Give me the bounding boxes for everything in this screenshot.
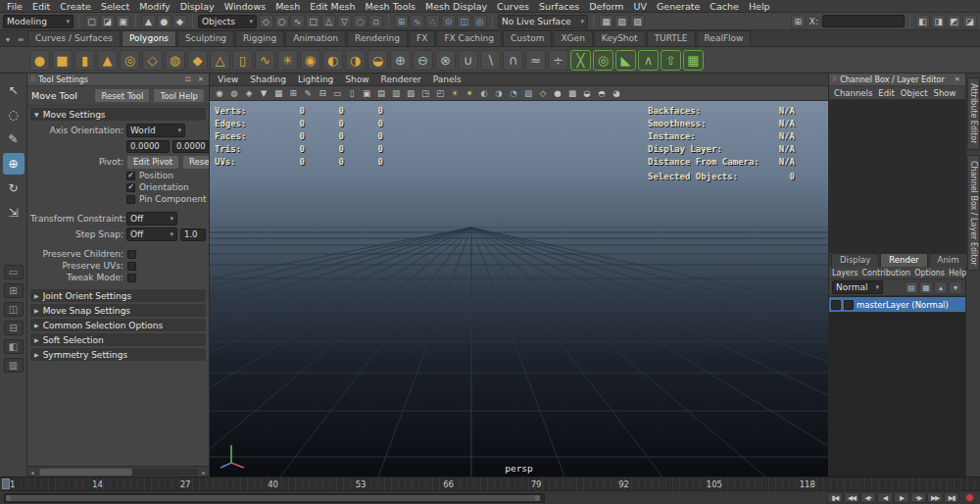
viewport-menu-item[interactable]: Renderer [375, 75, 427, 84]
menubar-item[interactable]: Generate [652, 0, 705, 13]
paint-select-tool-button[interactable]: ✎ [3, 128, 24, 150]
wireframe-icon[interactable]: ◇ [536, 87, 550, 100]
bookmarks-icon[interactable]: ▼ [257, 87, 270, 100]
quick-input-field[interactable] [822, 15, 905, 27]
shelf-tab[interactable]: Polygons [122, 30, 176, 46]
multisample-icon[interactable]: ▨ [521, 87, 535, 100]
reset-tool-button[interactable]: Reset Tool [94, 88, 150, 103]
collapsed-section-header[interactable]: ▶ Soft Selection [30, 333, 206, 346]
select-by-object-icon[interactable]: ● [157, 15, 172, 28]
layer-editor-menu-item[interactable]: Options [914, 269, 945, 277]
create-layer-from-selected-icon[interactable]: ▦ [919, 281, 933, 294]
select-tool-button[interactable]: ↖ [3, 79, 24, 101]
float-panel-icon[interactable]: ⊡ [183, 76, 193, 83]
menubar-item[interactable]: Surfaces [534, 0, 584, 13]
layout-four-panes-button[interactable]: ⊞ [4, 283, 24, 298]
tool-settings-toggle-icon[interactable]: ◩ [947, 15, 961, 28]
menubar-item[interactable]: UV [629, 0, 652, 13]
viewport-menu-item[interactable]: Lighting [292, 75, 339, 84]
edit-pivot-button[interactable]: Edit Pivot [126, 155, 179, 170]
grid-icon[interactable]: ⊟ [316, 87, 329, 100]
layer-renderable-toggle[interactable] [831, 300, 841, 310]
menubar-item[interactable]: Select [96, 0, 134, 13]
move-layer-down-icon[interactable]: ▾ [949, 281, 962, 294]
layer-editor-menu-item[interactable]: Contribution [861, 269, 910, 277]
checkbox[interactable]: ✓ [127, 274, 136, 282]
occlusion-icon[interactable]: ◑ [492, 87, 506, 100]
2d-pan-zoom-icon[interactable]: ⊞ [286, 87, 300, 100]
scroll-left-icon[interactable]: ◂ [27, 469, 37, 476]
side-panel-tab[interactable]: Channel Box / Layer Editor [967, 155, 980, 272]
menubar-item[interactable]: Display [175, 0, 220, 13]
layer-editor-tab[interactable]: Render [880, 253, 927, 267]
axis-orient-y-field[interactable] [172, 140, 209, 153]
shelf-tab[interactable]: FX Caching [436, 30, 502, 46]
step-forward-key-button[interactable]: •▶ [910, 492, 926, 503]
render-settings-icon[interactable]: ▨ [630, 15, 645, 28]
textured-icon[interactable]: ▩ [565, 87, 579, 100]
poly-super-ellipse-icon[interactable]: ◐ [322, 50, 343, 71]
poly-gear-icon[interactable]: ✳ [277, 50, 298, 71]
snap-to-view-plane-icon[interactable]: ◫ [457, 15, 471, 28]
film-gate-icon[interactable]: ▭ [330, 87, 344, 100]
boolean-intersection-icon[interactable]: ∩ [503, 50, 523, 71]
extrude-icon[interactable]: ⇧ [661, 50, 681, 71]
channel-box-menu-item[interactable]: Edit [876, 88, 896, 98]
shelf-tab-menu-icon[interactable]: ▾ [2, 33, 14, 46]
menubar-item[interactable]: Mesh [270, 0, 305, 13]
select-camera-icon[interactable]: ◉ [213, 87, 226, 100]
play-backwards-button[interactable]: ◀ [877, 492, 893, 503]
range-end-handle[interactable] [535, 495, 540, 501]
snap-to-curve-icon[interactable]: ∿ [410, 15, 424, 28]
range-bar[interactable] [6, 495, 540, 501]
menubar-item[interactable]: Mesh Tools [361, 0, 420, 13]
mask-rendering-icon[interactable]: ◌ [353, 15, 368, 28]
smooth-icon[interactable]: ≈ [525, 50, 546, 71]
menubar-item[interactable]: Create [55, 0, 96, 13]
gate-mask-icon[interactable]: ▣ [360, 87, 373, 100]
headlight-icon[interactable]: ☀ [448, 87, 462, 100]
layer-editor-tab[interactable]: Display [831, 253, 879, 267]
menubar-item[interactable]: Curves [492, 0, 534, 13]
shelf-tab[interactable]: Animation [285, 30, 346, 46]
safe-action-icon[interactable]: ▥ [389, 87, 403, 100]
menubar-item[interactable]: Edit [27, 0, 55, 13]
live-surface-dropdown[interactable]: No Live Surface ▾ [498, 15, 588, 28]
move-settings-section-header[interactable]: ▼ Move Settings [30, 108, 206, 121]
poly-ultra-shape-icon[interactable]: ◒ [368, 50, 388, 71]
poly-pipe-icon[interactable]: ▯ [232, 50, 253, 71]
close-panel-icon[interactable]: ✕ [196, 76, 206, 83]
side-panel-tab[interactable]: Attribute Editor [967, 77, 980, 150]
xray-icon[interactable]: ◓ [595, 87, 609, 100]
menubar-item[interactable]: Cache [705, 0, 744, 13]
frame-all-icon[interactable]: ◳ [418, 87, 432, 100]
menubar-item[interactable]: Deform [584, 0, 628, 13]
shelf-menu-icon[interactable]: ≡ [15, 33, 26, 46]
menubar-item[interactable]: Windows [220, 0, 270, 13]
poly-cone-icon[interactable]: ▲ [97, 50, 118, 71]
field-chart-icon[interactable]: ▤ [374, 87, 388, 100]
mask-deformations-icon[interactable]: △ [321, 15, 336, 28]
menubar-item[interactable]: Modify [134, 0, 174, 13]
channel-box-menu-item[interactable]: Channels [832, 88, 874, 98]
go-to-start-button[interactable]: ▮◀ [827, 492, 843, 503]
preserve-checkbox-row[interactable]: Preserve Children: ✓ [27, 248, 209, 260]
menubar-item[interactable]: Help [744, 0, 775, 13]
mask-curves-icon[interactable]: ∿ [290, 15, 305, 28]
layout-single-pane-button[interactable]: ▭ [4, 265, 24, 279]
pivot-checkbox-row[interactable]: ✓ Orientation [27, 181, 209, 193]
ipr-render-icon[interactable]: ▧ [614, 15, 629, 28]
select-by-component-icon[interactable]: ◆ [172, 15, 187, 28]
separate-icon[interactable]: ⊖ [413, 50, 433, 71]
play-forwards-button[interactable]: ▶ [894, 492, 909, 503]
transform-constraint-dropdown[interactable]: Off ▾ [126, 212, 177, 226]
snap-to-point-icon[interactable]: ∴ [425, 15, 440, 28]
shelf-tab[interactable]: Rigging [235, 30, 284, 46]
reset-pivot-button[interactable]: Reset [182, 155, 209, 170]
shelf-tab[interactable]: XGen [553, 30, 592, 46]
viewport-menu-item[interactable]: Panels [427, 75, 467, 84]
layer-row[interactable]: masterLayer (Normal) [829, 297, 965, 312]
modeling-toolkit-toggle-icon[interactable]: ◧ [915, 15, 930, 28]
move-layer-up-icon[interactable]: ▴ [934, 281, 948, 294]
boolean-union-icon[interactable]: ∪ [458, 50, 478, 71]
